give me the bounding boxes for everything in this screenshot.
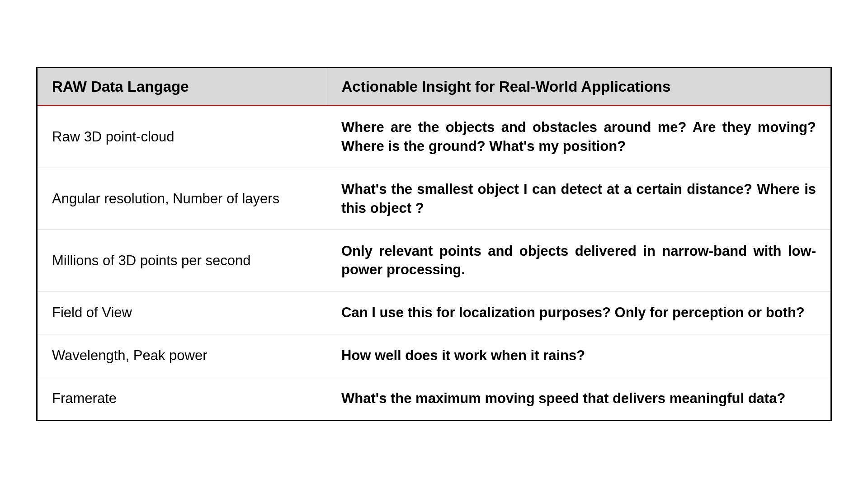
table-row: Angular resolution, Number of layers Wha… (38, 168, 830, 230)
cell-raw: Millions of 3D points per second (38, 230, 327, 291)
table-row: Millions of 3D points per second Only re… (38, 230, 830, 291)
cell-raw: Angular resolution, Number of layers (38, 168, 327, 230)
cell-insight: Only relevant points and objects deliver… (327, 230, 830, 291)
header-insight: Actionable Insight for Real-World Applic… (327, 68, 830, 106)
cell-raw: Framerate (38, 377, 327, 419)
cell-insight: What's the maximum moving speed that del… (327, 377, 830, 419)
table-row: Field of View Can I use this for localiz… (38, 291, 830, 334)
table-row: Framerate What's the maximum moving spee… (38, 377, 830, 419)
table-row: Raw 3D point-cloud Where are the objects… (38, 106, 830, 168)
comparison-table: RAW Data Langage Actionable Insight for … (36, 67, 832, 421)
table-row: Wavelength, Peak power How well does it … (38, 334, 830, 377)
cell-insight: Where are the objects and obstacles arou… (327, 106, 830, 168)
table: RAW Data Langage Actionable Insight for … (38, 68, 830, 420)
table-header-row: RAW Data Langage Actionable Insight for … (38, 68, 830, 106)
header-raw-data: RAW Data Langage (38, 68, 327, 106)
cell-raw: Raw 3D point-cloud (38, 106, 327, 168)
cell-raw: Field of View (38, 291, 327, 334)
cell-raw: Wavelength, Peak power (38, 334, 327, 377)
cell-insight: Can I use this for localization purposes… (327, 291, 830, 334)
cell-insight: What's the smallest object I can detect … (327, 168, 830, 230)
cell-insight: How well does it work when it rains? (327, 334, 830, 377)
